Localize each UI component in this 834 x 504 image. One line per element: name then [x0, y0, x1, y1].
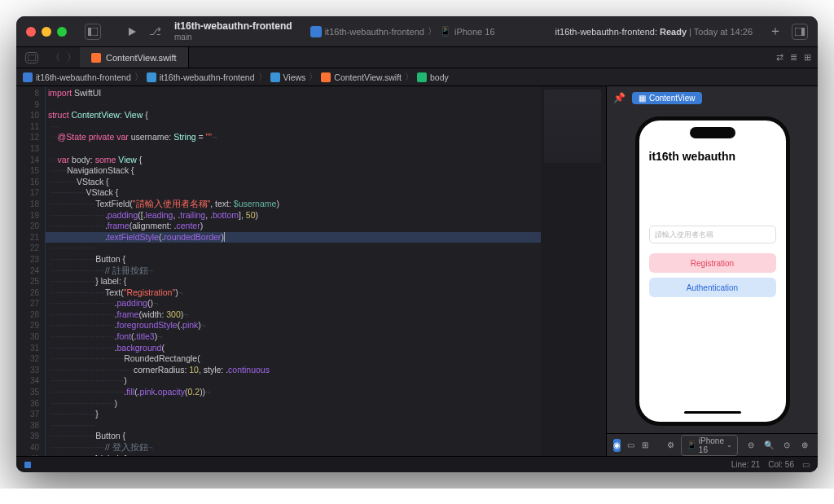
folder-icon: [270, 72, 280, 82]
swift-file-icon: [91, 53, 101, 63]
bc-file: ContentView.swift: [334, 72, 402, 82]
status-indicator-icon: [24, 462, 31, 468]
library-icon[interactable]: [792, 24, 808, 40]
folder-icon: [147, 72, 156, 82]
related-items-icon[interactable]: [25, 52, 38, 64]
activity-status: it16th-webauthn-frontend: Ready | Today …: [555, 27, 753, 37]
notch: [690, 127, 735, 138]
device-frame: it16th webauthn 請輸入使用者名稱 Registration Au…: [635, 116, 790, 426]
variants-icon[interactable]: ⊞: [642, 439, 649, 452]
line-gutter: 8910111213141516171819202122232425262728…: [16, 86, 46, 456]
adjust-editor-icon[interactable]: ⇄: [776, 52, 784, 63]
device-label: iPhone 16: [699, 436, 724, 454]
tab-bar: 〈 〉 ContentView.swift ⇄ ≣ ⊞: [16, 47, 818, 68]
main-area: 8910111213141516171819202122232425262728…: [16, 86, 818, 456]
run-button[interactable]: [124, 24, 140, 40]
status-bar: Line: 21 Col: 56 ▭: [16, 456, 818, 472]
editor-split-icon[interactable]: ⊞: [804, 52, 811, 63]
preview-canvas[interactable]: it16th webauthn 請輸入使用者名稱 Registration Au…: [607, 109, 818, 433]
sidebar-toggle-icon[interactable]: [85, 24, 101, 40]
authentication-button[interactable]: Authentication: [649, 278, 776, 297]
zoom-in-icon[interactable]: ⊕: [798, 439, 811, 452]
preview-chip-label: ContentView: [649, 94, 696, 103]
editor-pane: 8910111213141516171819202122232425262728…: [16, 86, 606, 456]
bc-project: it16th-webauthn-frontend: [36, 72, 131, 82]
editor-options: ⇄ ≣ ⊞: [776, 52, 818, 63]
bc-target: it16th-webauthn-frontend: [160, 72, 255, 82]
svg-rect-4: [28, 55, 36, 61]
preview-pane: 📌 ▦ ContentView it16th webauthn 請輸入使用者名稱…: [606, 86, 818, 456]
username-field[interactable]: 請輸入使用者名稱: [649, 226, 776, 243]
selectable-mode-icon[interactable]: ▭: [627, 439, 634, 452]
zoom-actual-icon[interactable]: 🔍: [762, 439, 775, 452]
property-icon: [417, 72, 427, 82]
bc-app: it16th-webauthn-frontend: [325, 27, 424, 37]
svg-rect-3: [801, 28, 805, 36]
preview-chip-icon: ▦: [639, 94, 646, 103]
app-heading: it16th webauthn: [649, 150, 776, 163]
scheme-name: it16th-webauthn-frontend: [174, 21, 292, 32]
run-destination[interactable]: it16th-webauthn-frontend 〉 📱 iPhone 16: [310, 25, 495, 37]
live-mode-icon[interactable]: ◉: [613, 439, 621, 452]
bc-folder: Views: [283, 72, 306, 82]
scheme-branch: main: [174, 33, 292, 42]
zoom-out-icon[interactable]: ⊖: [744, 439, 757, 452]
swift-file-icon: [321, 72, 331, 82]
minimize-icon[interactable]: [42, 27, 51, 37]
titlebar: ⎇ it16th-webauthn-frontend main it16th-w…: [16, 16, 818, 47]
editor-layout-icon[interactable]: ≣: [790, 52, 797, 63]
branch-icon[interactable]: ⎇: [147, 24, 163, 40]
add-icon[interactable]: ＋: [767, 24, 784, 40]
xcode-window: ⎇ it16th-webauthn-frontend main it16th-w…: [16, 16, 818, 472]
zoom-icon[interactable]: [57, 27, 67, 37]
back-button[interactable]: 〈: [47, 50, 64, 64]
preview-toolbar: ◉ ▭ ⊞ ⚙ 📱iPhone 16⌄ ⊖ 🔍 ⊙ ⊕: [607, 433, 818, 456]
zoom-fit-icon[interactable]: ⊙: [780, 439, 793, 452]
forward-button[interactable]: 〉: [64, 50, 80, 64]
tab-label: ContentView.swift: [106, 53, 177, 63]
cursor-line: Line: 21: [731, 460, 761, 469]
source-editor[interactable]: import SwiftUI struct ContentView: View …: [46, 86, 541, 456]
debug-area-toggle-icon[interactable]: ▭: [802, 460, 810, 469]
app-icon: [310, 26, 322, 37]
minimap[interactable]: [541, 86, 606, 456]
preview-selector[interactable]: ▦ ContentView: [632, 92, 702, 104]
preview-header: 📌 ▦ ContentView: [607, 86, 818, 109]
registration-button[interactable]: Registration: [649, 253, 776, 273]
minimap-viewport: [544, 90, 601, 163]
tab-contentview[interactable]: ContentView.swift: [80, 47, 189, 68]
jump-bar[interactable]: it16th-webauthn-frontend 〉 it16th-webaut…: [16, 68, 818, 86]
scheme-selector[interactable]: it16th-webauthn-frontend main: [174, 21, 292, 41]
traffic-lights: [26, 27, 67, 37]
bc-device: iPhone 16: [454, 27, 495, 37]
device-settings-icon[interactable]: ⚙: [667, 439, 674, 452]
close-icon[interactable]: [26, 27, 36, 37]
project-icon: [23, 72, 33, 82]
cursor-col: Col: 56: [768, 460, 794, 469]
bc-symbol: body: [430, 72, 449, 82]
svg-rect-1: [88, 28, 91, 36]
device-picker[interactable]: 📱iPhone 16⌄: [681, 435, 738, 456]
pin-icon[interactable]: 📌: [613, 92, 626, 103]
home-indicator: [684, 411, 741, 414]
